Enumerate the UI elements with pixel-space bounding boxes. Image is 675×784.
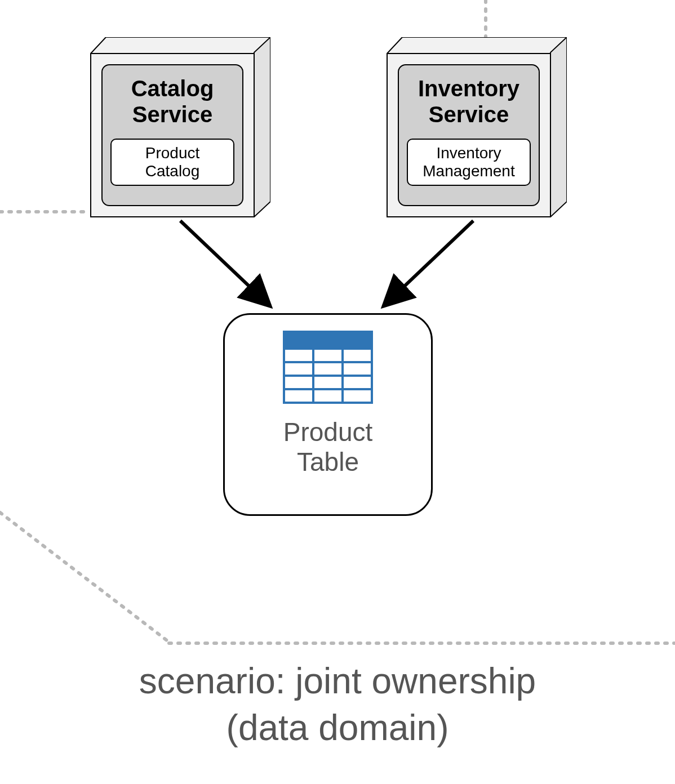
- inventory-service-inner: Inventory Service Inventory Management: [398, 64, 540, 206]
- catalog-service-title-l2: Service: [131, 101, 214, 127]
- catalog-module-l2: Catalog: [122, 162, 223, 180]
- inventory-service-title-l1: Inventory: [418, 75, 519, 101]
- svg-line-2: [0, 513, 169, 642]
- svg-marker-4: [90, 37, 270, 54]
- product-table-label-l2: Table: [283, 447, 373, 477]
- svg-line-8: [180, 221, 270, 306]
- inventory-module: Inventory Management: [407, 139, 531, 186]
- svg-rect-10: [284, 332, 372, 349]
- svg-marker-6: [387, 37, 567, 54]
- diagram-caption: scenario: joint ownership (data domain): [0, 658, 675, 751]
- svg-line-9: [383, 221, 473, 306]
- caption-line2: (data domain): [0, 705, 675, 751]
- catalog-module-l1: Product: [122, 144, 223, 162]
- inventory-service-box: Inventory Service Inventory Management: [387, 37, 567, 217]
- catalog-service-inner: Catalog Service Product Catalog: [101, 64, 243, 206]
- table-icon: [283, 331, 373, 404]
- inventory-service-title-l2: Service: [418, 101, 519, 127]
- inventory-module-l1: Inventory: [418, 144, 519, 162]
- product-table-box: Product Table: [223, 313, 433, 516]
- caption-line1: scenario: joint ownership: [0, 658, 675, 705]
- svg-marker-5: [254, 37, 270, 217]
- product-table-label: Product Table: [283, 417, 373, 477]
- catalog-service-title: Catalog Service: [131, 75, 214, 127]
- inventory-service-title: Inventory Service: [418, 75, 519, 127]
- svg-marker-7: [550, 37, 567, 217]
- catalog-service-box: Catalog Service Product Catalog: [90, 37, 270, 217]
- catalog-module: Product Catalog: [110, 139, 234, 186]
- inventory-module-l2: Management: [418, 162, 519, 180]
- product-table-label-l1: Product: [283, 417, 373, 447]
- catalog-service-title-l1: Catalog: [131, 75, 214, 101]
